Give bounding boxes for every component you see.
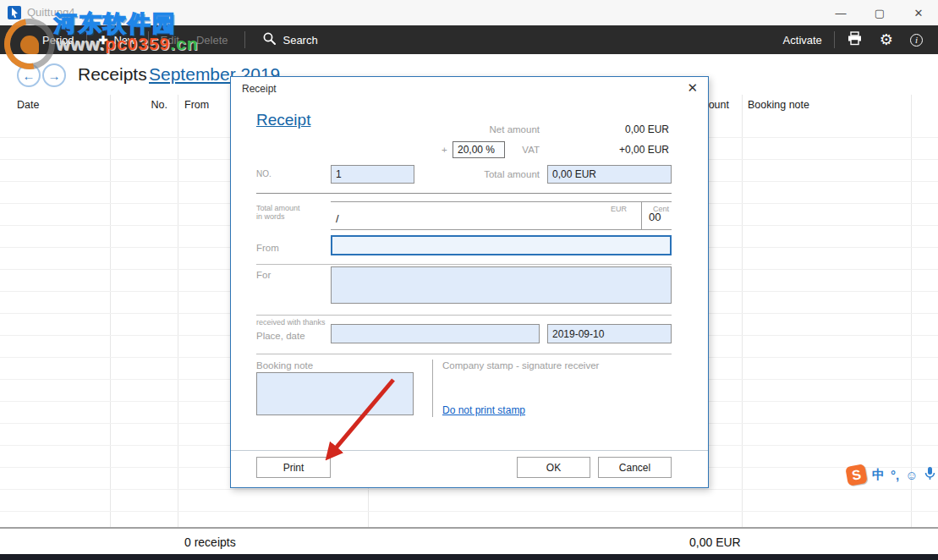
app-icon — [8, 6, 21, 19]
receipt-dialog: Receipt ✕ Receipt Net amount 0,00 EUR + … — [230, 76, 709, 488]
minimize-button[interactable]: — — [821, 0, 860, 25]
booking-note-label: Booking note — [256, 360, 313, 371]
eur-label: EUR — [552, 205, 627, 213]
toolbar-edit-label: Edit — [161, 34, 179, 47]
settings-button[interactable]: ⚙ — [871, 25, 902, 54]
sogou-logo-icon[interactable]: S — [845, 464, 868, 486]
ok-button[interactable]: OK — [517, 457, 590, 478]
words-field-top-border — [331, 201, 672, 202]
about-button[interactable]: i — [902, 25, 931, 54]
receipt-number-input[interactable] — [331, 165, 414, 184]
receipt-heading-link[interactable]: Receipt — [256, 111, 310, 129]
cent-value: 00 — [649, 211, 661, 223]
dialog-title: Receipt — [242, 83, 277, 95]
stamp-section-divider — [432, 360, 433, 417]
total-amount-input[interactable] — [547, 165, 672, 184]
vat-value: +0,00 EUR — [561, 144, 669, 156]
info-icon: i — [910, 34, 923, 47]
window-controls: — ▢ ✕ — [821, 0, 938, 25]
toolbar-search-label: Search — [282, 34, 317, 47]
plus-icon: ✚ — [99, 34, 108, 47]
column-header-no[interactable]: No. — [110, 99, 167, 111]
from-input[interactable] — [331, 235, 672, 255]
activate-label: Activate — [783, 34, 822, 47]
words-field-bottom-border — [331, 229, 672, 230]
toolbar-new-button[interactable]: ✚ New — [91, 25, 145, 54]
received-with-thanks-label: received with thanks — [256, 318, 326, 327]
for-textarea[interactable] — [331, 266, 672, 304]
toolbar-separator — [86, 31, 87, 48]
words-label-line2: in words — [256, 212, 285, 221]
gear-icon: ⚙ — [880, 30, 893, 49]
from-label: From — [256, 243, 279, 253]
words-label-line1: Total amount — [256, 204, 300, 212]
window-title: Quittung4 — [27, 6, 74, 19]
date-input[interactable] — [547, 324, 672, 343]
dialog-divider — [256, 264, 672, 265]
ime-emoji-icon[interactable]: ☺ — [905, 468, 918, 482]
button-row-divider — [231, 450, 708, 451]
net-amount-value: 0,00 EUR — [561, 124, 669, 135]
toolbar-right-group: Activate ⚙ i — [775, 25, 938, 54]
toolbar-period-button[interactable]: Period — [34, 25, 83, 54]
toolbar-separator — [834, 31, 835, 48]
ime-toolbar: S 中 °, ☺ — [847, 463, 935, 486]
previous-period-button[interactable]: ← — [17, 63, 41, 87]
net-amount-label: Net amount — [425, 124, 540, 135]
eur-cent-divider — [641, 201, 642, 229]
toolbar-separator — [244, 31, 245, 48]
words-value[interactable]: / — [336, 212, 339, 225]
receipt-count: 0 receipts — [184, 535, 236, 549]
dialog-divider — [256, 193, 672, 194]
total-amount-label: Total amount — [425, 169, 540, 179]
toolbar-delete-label: Delete — [196, 34, 228, 47]
page-title: Receipts — [78, 64, 147, 85]
toolbar-edit-button[interactable]: Edit — [152, 25, 188, 54]
vat-plus-sign: + — [442, 145, 447, 155]
dialog-divider — [256, 315, 672, 316]
column-header-date[interactable]: Date — [17, 99, 39, 111]
dialog-divider — [256, 354, 672, 354]
ime-microphone-icon[interactable] — [924, 466, 935, 483]
next-period-button[interactable]: → — [42, 63, 66, 87]
print-tool-button[interactable] — [838, 25, 871, 54]
company-stamp-label: Company stamp - signature receiver — [442, 360, 599, 371]
activate-button[interactable]: Activate — [775, 25, 831, 54]
ime-language-toggle[interactable]: 中 — [872, 467, 885, 483]
column-header-booking-note[interactable]: Booking note — [748, 99, 809, 111]
ime-punctuation-toggle[interactable]: °, — [891, 468, 899, 482]
no-label: NO. — [256, 169, 272, 178]
place-date-label: Place, date — [256, 331, 305, 341]
status-total: 0,00 EUR — [689, 535, 741, 549]
for-label: For — [256, 270, 271, 280]
printer-icon — [847, 31, 863, 48]
column-header-from[interactable]: From — [184, 99, 209, 111]
cancel-button[interactable]: Cancel — [598, 457, 672, 478]
vat-label: VAT — [476, 145, 540, 155]
annotation-arrow-icon — [311, 375, 404, 469]
toolbar: Period ✚ New Edit Delete Search Activate… — [0, 25, 938, 54]
toolbar-delete-button[interactable]: Delete — [188, 25, 237, 54]
taskbar-edge — [0, 554, 938, 560]
place-input[interactable] — [331, 324, 540, 343]
search-icon — [262, 31, 277, 48]
maximize-button[interactable]: ▢ — [860, 0, 899, 25]
toolbar-search-button[interactable]: Search — [254, 25, 326, 54]
dialog-close-icon[interactable]: ✕ — [687, 80, 698, 96]
status-bar: 0 receipts 0,00 EUR — [0, 527, 938, 554]
do-not-print-stamp-link[interactable]: Do not print stamp — [442, 404, 525, 416]
close-button[interactable]: ✕ — [899, 0, 938, 25]
title-bar: Quittung4 — ▢ ✕ — [0, 0, 938, 25]
toolbar-period-label: Period — [42, 34, 74, 47]
toolbar-separator — [148, 31, 149, 48]
toolbar-new-label: New — [113, 34, 135, 47]
